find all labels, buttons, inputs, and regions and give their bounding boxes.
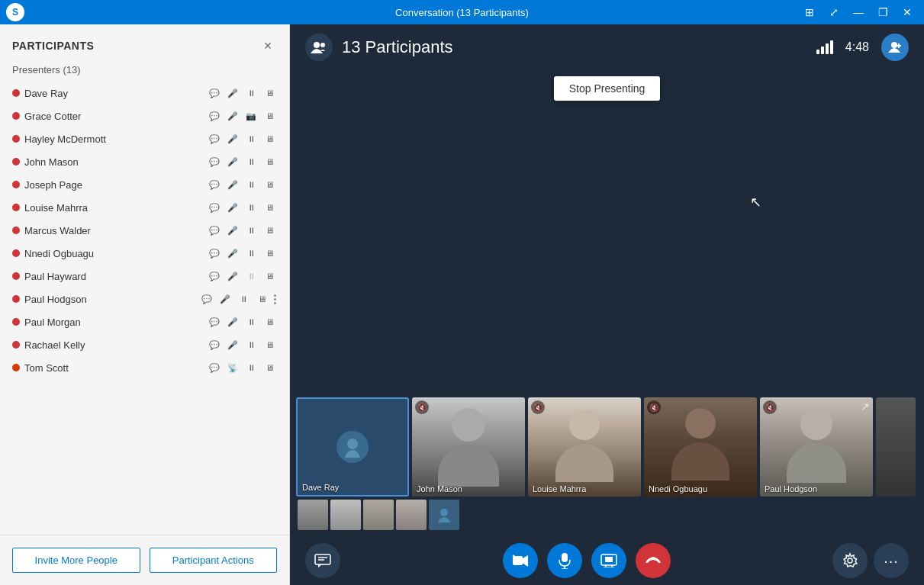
list-item[interactable]: Tom Scott 💬 📡 ⏸ 🖥 <box>3 356 286 379</box>
chat-icon[interactable]: 💬 <box>207 360 222 375</box>
chat-icon[interactable]: 💬 <box>199 291 214 307</box>
stop-presenting-button[interactable]: Stop Presenting <box>554 76 661 101</box>
mic-icon[interactable]: 🎤 <box>225 131 240 146</box>
chat-icon[interactable]: 💬 <box>207 268 222 284</box>
chat-icon[interactable]: 💬 <box>207 314 222 329</box>
stop-presenting-container: Stop Presenting <box>290 70 924 107</box>
more-options-icon[interactable] <box>272 294 277 304</box>
pause-icon[interactable]: ⏸ <box>243 200 259 215</box>
hangup-button[interactable] <box>636 543 671 578</box>
screen-share-button[interactable] <box>591 543 626 578</box>
chat-icon[interactable]: 💬 <box>207 154 222 169</box>
thumb-1[interactable] <box>298 500 328 530</box>
screen-icon[interactable]: 🖥 <box>262 337 277 352</box>
mic-icon[interactable]: 🎤 <box>225 246 240 261</box>
mic-icon[interactable]: 🎤 <box>225 223 240 238</box>
minimize-button[interactable]: — <box>848 3 869 21</box>
screen-icon[interactable]: 🖥 <box>262 223 277 238</box>
list-item[interactable]: Louise Mahrra 💬 🎤 ⏸ 🖥 <box>3 196 286 219</box>
list-item[interactable]: Grace Cotter 💬 🎤 📷 🖥 <box>3 104 286 127</box>
screen-icon[interactable]: 🖥 <box>262 314 277 329</box>
list-item[interactable]: John Mason 💬 🎤 ⏸ 🖥 <box>3 150 286 173</box>
close-button[interactable]: ✕ <box>897 3 918 21</box>
screen-icon[interactable]: 🖥 <box>254 291 269 307</box>
video-tile-nnedi-ogbuagu[interactable]: 🔇 Nnedi Ogbuagu <box>644 397 757 497</box>
mic-icon[interactable]: 🎤 <box>217 291 233 307</box>
thumb-4[interactable] <box>396 500 427 530</box>
pause-icon[interactable]: ⏸ <box>243 360 259 375</box>
screen-icon[interactable]: 🖥 <box>262 268 277 284</box>
mic-icon[interactable]: 🎤 <box>225 314 240 329</box>
restore-button[interactable]: ❐ <box>872 3 893 21</box>
chat-button[interactable] <box>305 543 340 578</box>
chat-icon[interactable]: 💬 <box>207 131 222 146</box>
mic-icon[interactable]: 🎤 <box>225 200 240 215</box>
tile-expand-icon[interactable]: ↗ <box>861 400 870 413</box>
chat-icon[interactable]: 💬 <box>207 200 222 215</box>
video-tile-john-mason[interactable]: 🔇 John Mason <box>412 397 525 497</box>
screen-icon[interactable]: 🖥 <box>262 360 277 375</box>
video-mute-button[interactable] <box>503 543 538 578</box>
chat-icon[interactable]: 💬 <box>207 108 222 124</box>
screen-icon[interactable]: 🖥 <box>262 108 277 124</box>
mic-icon[interactable]: 🎤 <box>225 268 240 284</box>
list-item[interactable]: Dave Ray 💬 🎤 ⏸ 🖥 <box>3 82 286 104</box>
mic-icon[interactable]: 🎤 <box>225 108 240 124</box>
settings-button[interactable] <box>832 543 868 578</box>
participant-actions-button[interactable]: Participant Actions <box>150 548 278 573</box>
list-item[interactable]: Paul Morgan 💬 🎤 ⏸ 🖥 <box>3 310 286 333</box>
mic-button[interactable] <box>547 543 582 578</box>
snap-button[interactable]: ⊞ <box>799 3 820 21</box>
screen-icon[interactable]: 🖥 <box>262 85 277 101</box>
screen-icon[interactable]: 🖥 <box>262 200 277 215</box>
list-item[interactable]: Joseph Page 💬 🎤 ⏸ 🖥 <box>3 173 286 196</box>
pause-icon[interactable]: ⏸ <box>243 131 259 146</box>
screen-icon[interactable]: 🖥 <box>262 154 277 169</box>
participant-name: Nnedi Ogbuagu <box>24 248 202 259</box>
screen-icon[interactable]: 🖥 <box>262 177 277 192</box>
chat-icon[interactable]: 💬 <box>207 85 222 101</box>
mic-icon[interactable]: 🎤 <box>225 337 240 352</box>
pause-icon[interactable]: ⏸ <box>243 154 259 169</box>
mic-icon[interactable]: 🎤 <box>225 154 240 169</box>
fullscreen-button[interactable]: ⤢ <box>823 3 845 21</box>
more-options-button[interactable]: ··· <box>874 543 909 578</box>
list-item[interactable]: Paul Hayward 💬 🎤 ⏸ 🖥 <box>3 265 286 288</box>
pause-icon[interactable]: ⏸ <box>243 223 259 238</box>
pause-icon[interactable]: ⏸ <box>243 268 259 284</box>
thumb-3[interactable] <box>363 500 394 530</box>
pause-icon[interactable]: ⏸ <box>243 85 259 101</box>
add-participant-button[interactable] <box>881 34 909 61</box>
screen-icon[interactable]: 🖥 <box>262 246 277 261</box>
status-indicator <box>12 112 20 120</box>
pause-icon[interactable]: ⏸ <box>243 314 259 329</box>
mic-icon[interactable]: 📡 <box>225 360 240 375</box>
invite-more-button[interactable]: Invite More People <box>12 548 140 573</box>
participants-group-icon <box>305 34 333 61</box>
video-tile-paul-hodgson[interactable]: 🔇 Paul Hodgson ↗ <box>760 397 873 497</box>
pause-icon[interactable]: ⏸ <box>236 291 251 307</box>
video-tile-extra[interactable] <box>876 397 916 497</box>
chat-icon[interactable]: 💬 <box>207 337 222 352</box>
list-item[interactable]: Hayley McDermott 💬 🎤 ⏸ 🖥 <box>3 127 286 150</box>
list-item[interactable]: Paul Hodgson 💬 🎤 ⏸ 🖥 <box>3 288 286 310</box>
screen-icon[interactable]: 🖥 <box>262 131 277 146</box>
mic-icon[interactable]: 🎤 <box>225 85 240 101</box>
pause-icon[interactable]: ⏸ <box>243 337 259 352</box>
list-item[interactable]: Nnedi Ogbuagu 💬 🎤 ⏸ 🖥 <box>3 242 286 265</box>
list-item[interactable]: Rachael Kelly 💬 🎤 ⏸ 🖥 <box>3 333 286 356</box>
video-tile-dave-ray[interactable]: Dave Ray <box>296 397 409 497</box>
main-layout: PARTICIPANTS × Presenters (13) Dave Ray … <box>0 24 924 585</box>
thumb-5[interactable] <box>429 500 459 530</box>
video-tile-louise-mahrra[interactable]: 🔇 Louise Mahrra <box>528 397 641 497</box>
thumb-2[interactable] <box>330 500 361 530</box>
chat-icon[interactable]: 💬 <box>207 246 222 261</box>
chat-icon[interactable]: 💬 <box>207 177 222 192</box>
pause-icon[interactable]: ⏸ <box>243 246 259 261</box>
video-icon[interactable]: 📷 <box>243 108 259 124</box>
list-item[interactable]: Marcus Walder 💬 🎤 ⏸ 🖥 <box>3 219 286 242</box>
mic-icon[interactable]: 🎤 <box>225 177 240 192</box>
sidebar-close-button[interactable]: × <box>259 37 277 55</box>
chat-icon[interactable]: 💬 <box>207 223 222 238</box>
pause-icon[interactable]: ⏸ <box>243 177 259 192</box>
